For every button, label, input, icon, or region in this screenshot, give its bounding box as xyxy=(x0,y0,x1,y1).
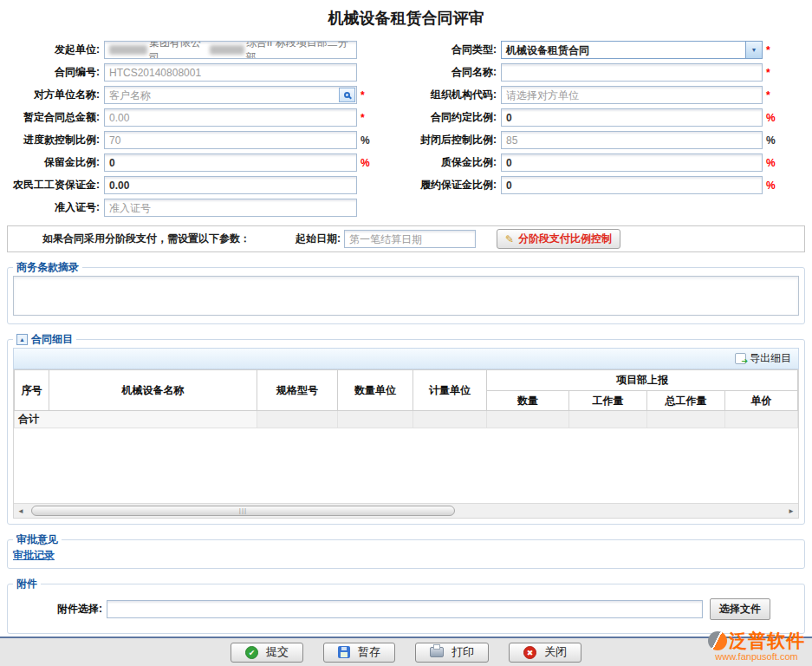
pencil-icon: ✎ xyxy=(505,233,514,245)
field-initiator: 发起单位: 集团有限公司 综合II 标段项目部二分部 xyxy=(7,41,374,59)
field-warranty-ratio: 质保金比例: % xyxy=(374,153,805,172)
admission-no-input[interactable] xyxy=(104,199,357,217)
contract-name-label: 合同名称: xyxy=(374,65,501,80)
contract-details-section: ▲ 合同细目 ➔ 导出细目 序号 机械设备名称 规格型号 数量单位 计量单位 项… xyxy=(7,332,805,525)
admission-no-label: 准入证号: xyxy=(7,200,104,215)
staged-payment-ratio-button[interactable]: ✎ 分阶段支付比例控制 xyxy=(497,229,620,249)
details-toolbar: ➔ 导出细目 xyxy=(13,348,799,369)
chevron-down-icon[interactable]: ▼ xyxy=(745,42,762,58)
approval-section: 审批意见 审批记录 xyxy=(7,532,805,569)
details-empty-area xyxy=(14,428,798,503)
total-cell xyxy=(569,411,647,428)
field-org-code: 组织机构代码: * xyxy=(374,86,805,104)
tentative-amount-input[interactable] xyxy=(104,108,357,127)
contract-name-input[interactable] xyxy=(501,63,763,82)
field-contract-no: 合同编号: xyxy=(7,63,374,82)
business-terms-textarea[interactable] xyxy=(13,276,799,316)
scrollbar-thumb[interactable]: ||| xyxy=(31,506,455,516)
col-total-workload: 总工作量 xyxy=(647,391,725,411)
col-seq: 序号 xyxy=(15,370,49,411)
field-tentative-amount: 暂定合同总金额: * xyxy=(7,108,374,127)
print-label: 打印 xyxy=(451,644,474,660)
scrollbar-track[interactable]: ||| xyxy=(28,505,784,518)
check-icon: ✔ xyxy=(245,646,258,659)
business-terms-legend: 商务条款摘录 xyxy=(13,260,82,275)
total-label: 合计 xyxy=(15,411,257,428)
field-admission-no: 准入证号: xyxy=(7,199,374,217)
agreed-ratio-input[interactable] xyxy=(501,108,763,127)
initiator-label: 发起单位: xyxy=(7,42,104,57)
field-contract-type: 合同类型: 机械设备租赁合同 ▼ * xyxy=(374,41,805,59)
scroll-right-icon[interactable]: ► xyxy=(784,507,798,515)
warranty-ratio-label: 质保金比例: xyxy=(374,155,501,170)
scroll-left-icon[interactable]: ◄ xyxy=(14,507,28,515)
close-label: 关闭 xyxy=(544,644,567,660)
col-unit-price: 单价 xyxy=(725,391,798,411)
col-qty-unit: 数量单位 xyxy=(338,370,413,411)
counterparty-input[interactable] xyxy=(104,86,357,104)
warranty-ratio-input[interactable] xyxy=(501,153,763,172)
initiator-text-2: 综合II 标段项目部二分部 xyxy=(246,41,352,59)
total-cell xyxy=(487,411,569,428)
closed-ratio-label: 封闭后控制比例: xyxy=(374,133,501,147)
tentative-amount-label: 暂定合同总金额: xyxy=(7,110,104,125)
required-marker: * xyxy=(361,112,371,124)
staged-payment-strip: 如果合同采用分阶段支付，需设置以下参数： 起始日期: ✎ 分阶段支付比例控制 xyxy=(7,225,805,252)
attachments-legend: 附件 xyxy=(13,577,41,591)
contract-form: 发起单位: 集团有限公司 综合II 标段项目部二分部 合同类型: 机械设备租赁合… xyxy=(7,41,805,217)
field-progress-ratio: 进度款控制比例: % xyxy=(7,131,374,149)
export-details-button[interactable]: ➔ 导出细目 xyxy=(735,351,791,366)
choose-file-button[interactable]: 选择文件 xyxy=(710,598,770,620)
field-closed-ratio: 封闭后控制比例: % xyxy=(374,131,805,149)
save-draft-button[interactable]: 暂存 xyxy=(323,643,395,663)
field-performance-ratio: 履约保证金比例: % xyxy=(374,176,805,194)
field-counterparty: 对方单位名称: * xyxy=(7,86,374,104)
closed-ratio-input[interactable] xyxy=(501,131,763,149)
progress-ratio-input[interactable] xyxy=(104,131,357,149)
contract-no-label: 合同编号: xyxy=(7,65,104,80)
start-date-label: 起始日期: xyxy=(296,232,341,246)
wage-guarantee-input[interactable] xyxy=(104,176,357,194)
contract-no-input[interactable] xyxy=(104,63,357,82)
agreed-ratio-label: 合同约定比例: xyxy=(374,110,501,125)
required-marker: * xyxy=(361,89,371,101)
horizontal-scrollbar[interactable]: ◄ ||| ► xyxy=(14,503,798,518)
vendor-logo: 泛普软件 www.fanpusoft.com xyxy=(708,629,805,662)
retention-ratio-input[interactable] xyxy=(104,153,357,172)
performance-ratio-input[interactable] xyxy=(501,176,763,194)
empty-cell xyxy=(374,199,805,217)
search-icon xyxy=(344,92,350,98)
attachment-input[interactable] xyxy=(107,600,703,618)
total-row: 合计 xyxy=(15,411,798,428)
close-button[interactable]: ✖ 关闭 xyxy=(509,643,581,663)
page-title: 机械设备租赁合同评审 xyxy=(0,0,812,29)
field-contract-name: 合同名称: * xyxy=(374,63,805,82)
attachments-section: 附件 附件选择: 选择文件 xyxy=(7,577,805,634)
retention-ratio-label: 保留金比例: xyxy=(7,155,104,170)
approval-record-link[interactable]: 审批记录 xyxy=(13,549,55,561)
total-cell xyxy=(257,411,338,428)
search-button[interactable] xyxy=(339,88,355,102)
vendor-logo-url: www.fanpusoft.com xyxy=(708,651,805,662)
percent-marker: % xyxy=(361,134,371,147)
contract-details-title: 合同细目 xyxy=(31,332,73,347)
export-icon: ➔ xyxy=(735,353,746,364)
footer-toolbar: ✔ 提交 暂存 打印 ✖ 关闭 xyxy=(0,637,812,666)
performance-ratio-label: 履约保证金比例: xyxy=(374,178,501,193)
initiator-input[interactable]: 集团有限公司 综合II 标段项目部二分部 xyxy=(104,41,357,59)
percent-marker: % xyxy=(766,134,776,147)
start-date-input[interactable] xyxy=(344,230,476,248)
contract-type-select[interactable]: 机械设备租赁合同 ▼ xyxy=(501,41,763,59)
collapse-icon[interactable]: ▲ xyxy=(16,334,28,345)
attachment-label: 附件选择: xyxy=(13,602,107,617)
submit-button[interactable]: ✔ 提交 xyxy=(231,643,303,663)
attachment-row: 附件选择: 选择文件 xyxy=(13,592,799,628)
org-code-input[interactable] xyxy=(501,86,763,104)
col-workload: 工作量 xyxy=(569,391,647,411)
col-equipment-name: 机械设备名称 xyxy=(49,370,257,411)
print-button[interactable]: 打印 xyxy=(415,643,489,663)
contract-type-value: 机械设备租赁合同 xyxy=(502,42,745,58)
business-terms-section: 商务条款摘录 xyxy=(7,260,805,324)
contract-details-legend: ▲ 合同细目 xyxy=(13,332,76,347)
wage-guarantee-label: 农民工工资保证金: xyxy=(7,178,104,193)
